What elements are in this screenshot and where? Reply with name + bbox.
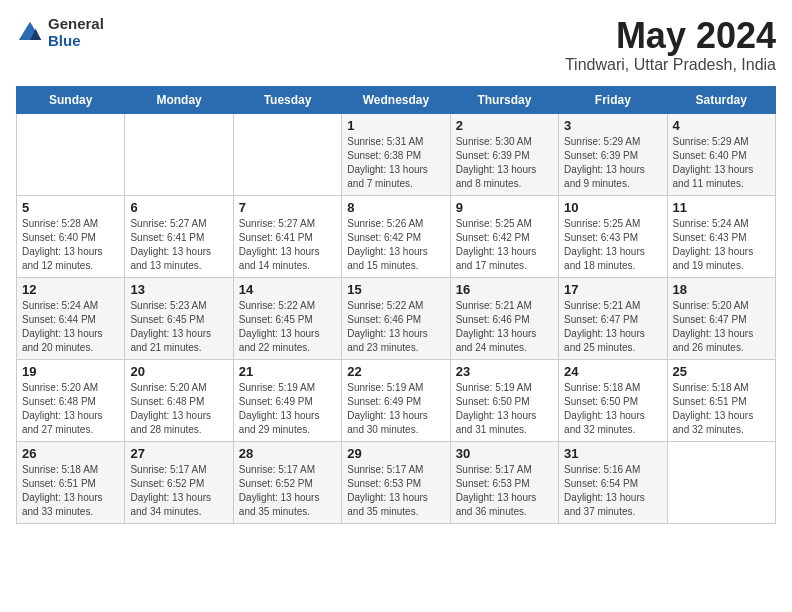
day-number: 16 <box>456 282 553 297</box>
calendar-cell: 31Sunrise: 5:16 AMSunset: 6:54 PMDayligh… <box>559 441 667 523</box>
calendar-cell <box>667 441 775 523</box>
calendar-cell: 21Sunrise: 5:19 AMSunset: 6:49 PMDayligh… <box>233 359 341 441</box>
calendar-cell: 28Sunrise: 5:17 AMSunset: 6:52 PMDayligh… <box>233 441 341 523</box>
day-info: Sunrise: 5:25 AMSunset: 6:42 PMDaylight:… <box>456 217 553 273</box>
day-number: 9 <box>456 200 553 215</box>
calendar-cell: 20Sunrise: 5:20 AMSunset: 6:48 PMDayligh… <box>125 359 233 441</box>
header-day-monday: Monday <box>125 86 233 113</box>
calendar-cell: 5Sunrise: 5:28 AMSunset: 6:40 PMDaylight… <box>17 195 125 277</box>
day-number: 7 <box>239 200 336 215</box>
day-number: 29 <box>347 446 444 461</box>
day-number: 2 <box>456 118 553 133</box>
calendar-cell: 1Sunrise: 5:31 AMSunset: 6:38 PMDaylight… <box>342 113 450 195</box>
calendar-cell: 6Sunrise: 5:27 AMSunset: 6:41 PMDaylight… <box>125 195 233 277</box>
calendar-cell: 30Sunrise: 5:17 AMSunset: 6:53 PMDayligh… <box>450 441 558 523</box>
day-number: 24 <box>564 364 661 379</box>
day-info: Sunrise: 5:22 AMSunset: 6:46 PMDaylight:… <box>347 299 444 355</box>
day-info: Sunrise: 5:22 AMSunset: 6:45 PMDaylight:… <box>239 299 336 355</box>
day-number: 11 <box>673 200 770 215</box>
day-number: 15 <box>347 282 444 297</box>
calendar-cell: 16Sunrise: 5:21 AMSunset: 6:46 PMDayligh… <box>450 277 558 359</box>
logo-general-text: General <box>48 16 104 33</box>
day-info: Sunrise: 5:17 AMSunset: 6:53 PMDaylight:… <box>456 463 553 519</box>
day-number: 6 <box>130 200 227 215</box>
day-info: Sunrise: 5:16 AMSunset: 6:54 PMDaylight:… <box>564 463 661 519</box>
calendar-table: SundayMondayTuesdayWednesdayThursdayFrid… <box>16 86 776 524</box>
header-day-saturday: Saturday <box>667 86 775 113</box>
calendar-cell <box>233 113 341 195</box>
day-number: 27 <box>130 446 227 461</box>
day-info: Sunrise: 5:21 AMSunset: 6:46 PMDaylight:… <box>456 299 553 355</box>
calendar-cell: 2Sunrise: 5:30 AMSunset: 6:39 PMDaylight… <box>450 113 558 195</box>
day-number: 31 <box>564 446 661 461</box>
header-row: SundayMondayTuesdayWednesdayThursdayFrid… <box>17 86 776 113</box>
calendar-cell: 8Sunrise: 5:26 AMSunset: 6:42 PMDaylight… <box>342 195 450 277</box>
day-number: 22 <box>347 364 444 379</box>
day-info: Sunrise: 5:25 AMSunset: 6:43 PMDaylight:… <box>564 217 661 273</box>
day-info: Sunrise: 5:20 AMSunset: 6:47 PMDaylight:… <box>673 299 770 355</box>
day-info: Sunrise: 5:18 AMSunset: 6:50 PMDaylight:… <box>564 381 661 437</box>
calendar-cell: 22Sunrise: 5:19 AMSunset: 6:49 PMDayligh… <box>342 359 450 441</box>
day-number: 3 <box>564 118 661 133</box>
month-title: May 2024 <box>565 16 776 56</box>
calendar-cell: 27Sunrise: 5:17 AMSunset: 6:52 PMDayligh… <box>125 441 233 523</box>
calendar-cell: 10Sunrise: 5:25 AMSunset: 6:43 PMDayligh… <box>559 195 667 277</box>
header: General Blue May 2024 Tindwari, Uttar Pr… <box>16 16 776 74</box>
day-info: Sunrise: 5:17 AMSunset: 6:52 PMDaylight:… <box>130 463 227 519</box>
day-info: Sunrise: 5:17 AMSunset: 6:52 PMDaylight:… <box>239 463 336 519</box>
day-info: Sunrise: 5:24 AMSunset: 6:43 PMDaylight:… <box>673 217 770 273</box>
calendar-cell: 9Sunrise: 5:25 AMSunset: 6:42 PMDaylight… <box>450 195 558 277</box>
day-info: Sunrise: 5:26 AMSunset: 6:42 PMDaylight:… <box>347 217 444 273</box>
day-number: 26 <box>22 446 119 461</box>
day-info: Sunrise: 5:21 AMSunset: 6:47 PMDaylight:… <box>564 299 661 355</box>
header-day-tuesday: Tuesday <box>233 86 341 113</box>
calendar-cell: 25Sunrise: 5:18 AMSunset: 6:51 PMDayligh… <box>667 359 775 441</box>
day-info: Sunrise: 5:29 AMSunset: 6:39 PMDaylight:… <box>564 135 661 191</box>
day-number: 13 <box>130 282 227 297</box>
header-day-sunday: Sunday <box>17 86 125 113</box>
day-info: Sunrise: 5:19 AMSunset: 6:49 PMDaylight:… <box>347 381 444 437</box>
day-info: Sunrise: 5:18 AMSunset: 6:51 PMDaylight:… <box>673 381 770 437</box>
calendar-cell: 3Sunrise: 5:29 AMSunset: 6:39 PMDaylight… <box>559 113 667 195</box>
week-row-4: 19Sunrise: 5:20 AMSunset: 6:48 PMDayligh… <box>17 359 776 441</box>
calendar-cell <box>125 113 233 195</box>
location-title: Tindwari, Uttar Pradesh, India <box>565 56 776 74</box>
calendar-cell: 11Sunrise: 5:24 AMSunset: 6:43 PMDayligh… <box>667 195 775 277</box>
day-info: Sunrise: 5:19 AMSunset: 6:50 PMDaylight:… <box>456 381 553 437</box>
calendar-cell: 29Sunrise: 5:17 AMSunset: 6:53 PMDayligh… <box>342 441 450 523</box>
week-row-2: 5Sunrise: 5:28 AMSunset: 6:40 PMDaylight… <box>17 195 776 277</box>
day-info: Sunrise: 5:17 AMSunset: 6:53 PMDaylight:… <box>347 463 444 519</box>
day-info: Sunrise: 5:19 AMSunset: 6:49 PMDaylight:… <box>239 381 336 437</box>
header-day-friday: Friday <box>559 86 667 113</box>
day-number: 23 <box>456 364 553 379</box>
day-info: Sunrise: 5:20 AMSunset: 6:48 PMDaylight:… <box>130 381 227 437</box>
logo-text: General Blue <box>48 16 104 49</box>
day-info: Sunrise: 5:28 AMSunset: 6:40 PMDaylight:… <box>22 217 119 273</box>
day-info: Sunrise: 5:23 AMSunset: 6:45 PMDaylight:… <box>130 299 227 355</box>
day-number: 19 <box>22 364 119 379</box>
week-row-3: 12Sunrise: 5:24 AMSunset: 6:44 PMDayligh… <box>17 277 776 359</box>
day-info: Sunrise: 5:30 AMSunset: 6:39 PMDaylight:… <box>456 135 553 191</box>
calendar-cell: 15Sunrise: 5:22 AMSunset: 6:46 PMDayligh… <box>342 277 450 359</box>
day-number: 8 <box>347 200 444 215</box>
calendar-cell <box>17 113 125 195</box>
week-row-5: 26Sunrise: 5:18 AMSunset: 6:51 PMDayligh… <box>17 441 776 523</box>
calendar-cell: 14Sunrise: 5:22 AMSunset: 6:45 PMDayligh… <box>233 277 341 359</box>
calendar-cell: 7Sunrise: 5:27 AMSunset: 6:41 PMDaylight… <box>233 195 341 277</box>
header-day-wednesday: Wednesday <box>342 86 450 113</box>
calendar-cell: 23Sunrise: 5:19 AMSunset: 6:50 PMDayligh… <box>450 359 558 441</box>
day-number: 12 <box>22 282 119 297</box>
title-area: May 2024 Tindwari, Uttar Pradesh, India <box>565 16 776 74</box>
day-info: Sunrise: 5:31 AMSunset: 6:38 PMDaylight:… <box>347 135 444 191</box>
day-number: 18 <box>673 282 770 297</box>
calendar-cell: 19Sunrise: 5:20 AMSunset: 6:48 PMDayligh… <box>17 359 125 441</box>
day-number: 4 <box>673 118 770 133</box>
calendar-cell: 18Sunrise: 5:20 AMSunset: 6:47 PMDayligh… <box>667 277 775 359</box>
day-number: 1 <box>347 118 444 133</box>
day-number: 30 <box>456 446 553 461</box>
day-number: 28 <box>239 446 336 461</box>
calendar-cell: 26Sunrise: 5:18 AMSunset: 6:51 PMDayligh… <box>17 441 125 523</box>
day-info: Sunrise: 5:18 AMSunset: 6:51 PMDaylight:… <box>22 463 119 519</box>
calendar-cell: 17Sunrise: 5:21 AMSunset: 6:47 PMDayligh… <box>559 277 667 359</box>
calendar-body: 1Sunrise: 5:31 AMSunset: 6:38 PMDaylight… <box>17 113 776 523</box>
